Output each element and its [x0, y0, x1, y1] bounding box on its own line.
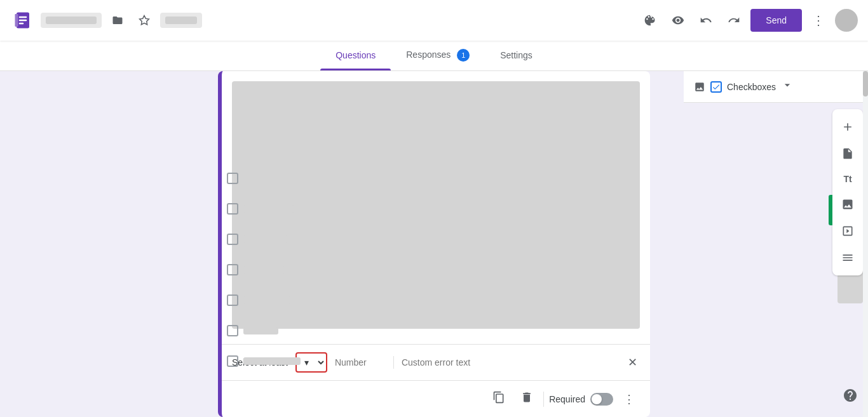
help-button[interactable] [843, 388, 858, 407]
close-validation-button[interactable]: ✕ [625, 353, 640, 372]
svg-rect-2 [19, 20, 27, 22]
checkbox-3[interactable] [227, 234, 238, 245]
delete-button[interactable] [515, 386, 538, 412]
scrollbar-thumb[interactable] [863, 71, 868, 96]
add-section-button[interactable] [835, 245, 860, 270]
tab-questions[interactable]: Questions [320, 40, 391, 70]
question-card: Select at least ▾ ✕ [218, 71, 650, 417]
list-item [227, 224, 301, 255]
checkbox-2[interactable] [227, 203, 238, 215]
required-toggle[interactable] [590, 393, 613, 406]
type-label: Checkboxes [727, 82, 776, 92]
image-icon [694, 81, 705, 93]
right-scrollbar [863, 71, 868, 417]
list-item [227, 315, 301, 346]
card-footer: Required ⋮ [222, 380, 650, 417]
footer-divider [543, 392, 544, 407]
toggle-knob [592, 394, 602, 404]
input-divider [393, 356, 394, 369]
add-video-button[interactable] [835, 218, 860, 244]
checkbox-7[interactable] [227, 355, 238, 367]
redo-button[interactable] [722, 9, 745, 32]
send-button[interactable]: Send [750, 9, 802, 32]
copy-button[interactable] [487, 386, 510, 412]
app-header: Send ⋮ [0, 0, 868, 41]
left-space [0, 71, 184, 417]
avatar[interactable] [835, 9, 858, 32]
list-item [227, 346, 301, 376]
folder-button[interactable] [107, 10, 128, 31]
type-dropdown-button[interactable] [781, 79, 794, 95]
question-type-selector: Checkboxes [684, 71, 868, 103]
svg-rect-3 [19, 23, 24, 25]
main-content: Select at least ▾ ✕ [0, 71, 868, 417]
checkbox-items [227, 163, 301, 376]
list-item [227, 163, 301, 194]
undo-button[interactable] [695, 9, 717, 32]
header-right: Send ⋮ [639, 8, 858, 33]
checkbox-type-icon [710, 81, 722, 93]
list-item [227, 255, 301, 285]
validation-custom-input[interactable] [402, 357, 618, 367]
green-bar [829, 195, 832, 225]
header-left [10, 8, 639, 33]
nav-tabs: Questions Responses 1 Settings [0, 41, 868, 71]
palette-button[interactable] [639, 9, 661, 32]
star-button[interactable] [133, 10, 155, 31]
right-sidebar: Checkboxes Tt [684, 71, 868, 417]
doc-title [41, 13, 102, 28]
list-item [227, 194, 301, 224]
tab-settings[interactable]: Settings [485, 40, 548, 70]
breadcrumb [160, 13, 202, 28]
add-title-button[interactable]: Tt [837, 168, 858, 190]
footer-more-button[interactable]: ⋮ [618, 387, 640, 411]
import-question-button[interactable] [835, 141, 860, 166]
required-label: Required [549, 394, 585, 404]
tab-responses[interactable]: Responses 1 [391, 40, 485, 70]
add-image-button[interactable] [835, 192, 860, 217]
validation-number-input[interactable] [335, 357, 386, 367]
add-question-button[interactable] [835, 114, 860, 140]
checkbox-1[interactable] [227, 173, 238, 184]
checkbox-6[interactable] [227, 325, 238, 336]
checkbox-4[interactable] [227, 264, 238, 275]
card-content [222, 71, 650, 344]
preview-button[interactable] [667, 9, 689, 32]
checkbox-5[interactable] [227, 295, 238, 306]
app-icon [10, 8, 36, 33]
svg-rect-4 [15, 14, 18, 27]
svg-rect-1 [19, 17, 27, 18]
list-item [227, 285, 301, 315]
more-options-button[interactable]: ⋮ [807, 8, 830, 33]
type-checkbox-container: Checkboxes [710, 81, 776, 93]
tools-panel: Tt [832, 109, 863, 275]
form-area: Select at least ▾ ✕ [184, 71, 684, 417]
